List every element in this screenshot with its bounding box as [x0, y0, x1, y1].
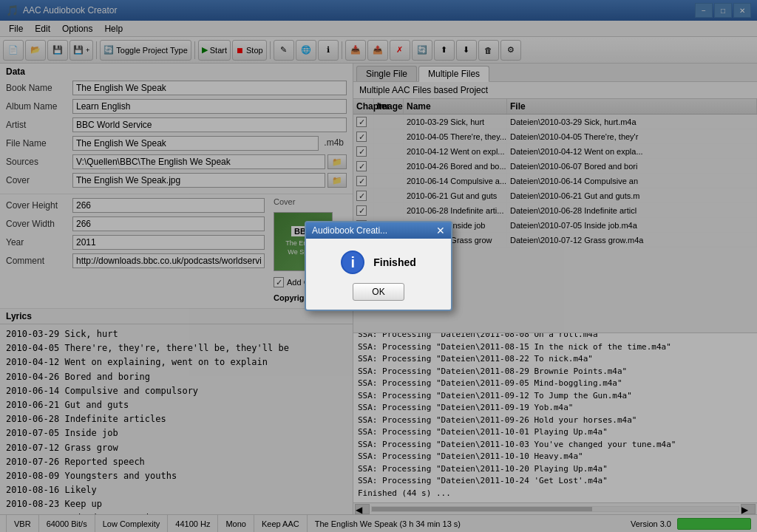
modal-ok-button[interactable]: OK [353, 283, 404, 301]
modal-content-row: i Finished [341, 250, 416, 274]
modal-body: i Finished OK [306, 239, 451, 310]
modal-close-button[interactable]: ✕ [436, 225, 445, 236]
modal-overlay: Audiobook Creati... ✕ i Finished OK [0, 0, 757, 532]
modal-info-icon: i [341, 250, 364, 274]
modal-titlebar: Audiobook Creati... ✕ [306, 222, 451, 239]
modal-message: Finished [373, 256, 416, 268]
modal-dialog: Audiobook Creati... ✕ i Finished OK [305, 221, 452, 311]
modal-title: Audiobook Creati... [312, 225, 387, 236]
